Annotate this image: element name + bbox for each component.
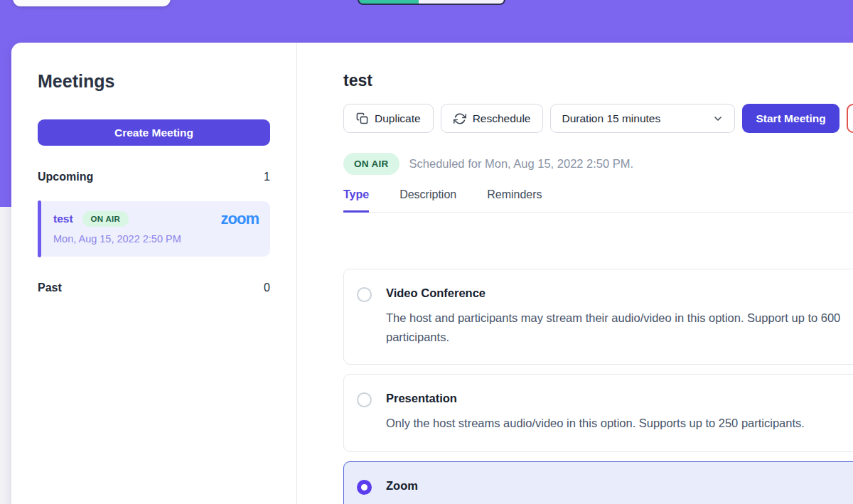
cutoff-top-pill	[13, 0, 171, 6]
delete-button-cutoff[interactable]	[847, 104, 853, 133]
meeting-name: test	[53, 213, 73, 225]
past-label: Past	[38, 282, 62, 294]
status-row: ON AIR Scheduled for Mon, Aug 15, 2022 2…	[343, 152, 853, 176]
radio-presentation[interactable]	[357, 392, 372, 407]
sidebar-title: Meetings	[38, 71, 270, 91]
radio-zoom[interactable]	[357, 480, 372, 495]
option-description: The host and participants may stream the…	[386, 309, 840, 347]
option-presentation[interactable]: Presentation Only the host streams audio…	[343, 374, 853, 452]
radio-video-conference[interactable]	[357, 287, 372, 302]
option-description-line1: Host your meeting on Zoom	[386, 501, 531, 504]
refresh-icon	[454, 112, 466, 125]
option-title: Presentation	[386, 392, 805, 405]
meeting-list-item[interactable]: test ON AIR zoom Mon, Aug 15, 2022 2:50 …	[38, 201, 270, 257]
zoom-logo: zoom	[221, 212, 259, 226]
meeting-detail: test Duplicate Reschedule Duration 15 mi…	[297, 43, 853, 504]
option-description: Host your meeting on Zoom	[386, 501, 531, 504]
meetings-panel: Meetings Create Meeting Upcoming 1 test …	[11, 43, 853, 504]
create-meeting-button[interactable]: Create Meeting	[38, 119, 270, 146]
option-description-line1: Only the host streams audio/video in thi…	[386, 414, 805, 433]
reschedule-button[interactable]: Reschedule	[441, 104, 544, 133]
option-description: Only the host streams audio/video in thi…	[386, 414, 805, 433]
on-air-badge: ON AIR	[82, 211, 129, 227]
past-section-header: Past 0	[38, 281, 270, 295]
duration-value: Duration 15 minutes	[562, 112, 660, 125]
option-description-line1: The host and participants may stream the…	[386, 309, 840, 328]
upcoming-count: 1	[264, 171, 270, 183]
option-title: Video Conference	[386, 286, 840, 300]
page-title: test	[343, 71, 853, 90]
option-zoom[interactable]: Zoom Host your meeting on Zoom	[343, 461, 853, 504]
option-description-line2: participants.	[386, 328, 840, 347]
upcoming-label: Upcoming	[38, 171, 93, 183]
tab-description[interactable]: Description	[399, 188, 456, 213]
start-meeting-button[interactable]: Start Meeting	[742, 104, 839, 133]
meeting-type-options: Video Conference The host and participan…	[343, 269, 853, 504]
on-air-status-badge: ON AIR	[343, 153, 399, 175]
progress-fill	[359, 0, 419, 4]
reschedule-label: Reschedule	[473, 112, 531, 125]
selected-indicator-bar	[38, 200, 41, 257]
tab-reminders[interactable]: Reminders	[487, 188, 542, 213]
chevron-down-icon	[712, 113, 724, 124]
meetings-sidebar: Meetings Create Meeting Upcoming 1 test …	[11, 43, 297, 504]
copy-icon	[356, 112, 368, 124]
past-count: 0	[264, 282, 270, 294]
cutoff-progress-bar	[358, 0, 505, 5]
option-video-conference[interactable]: Video Conference The host and participan…	[343, 269, 853, 365]
meeting-datetime: Mon, Aug 15, 2022 2:50 PM	[53, 233, 259, 245]
duplicate-label: Duplicate	[375, 112, 421, 125]
upcoming-section-header: Upcoming 1	[38, 170, 270, 184]
duplicate-button[interactable]: Duplicate	[343, 104, 434, 133]
tab-type[interactable]: Type	[343, 188, 369, 213]
option-title: Zoom	[386, 479, 531, 493]
duration-select[interactable]: Duration 15 minutes	[550, 104, 735, 133]
toolbar: Duplicate Reschedule Duration 15 minutes…	[343, 104, 853, 133]
progress-track	[419, 0, 504, 4]
tab-bar: Type Description Reminders	[343, 188, 853, 213]
scheduled-text: Scheduled for Mon, Aug 15, 2022 2:50 PM.	[409, 157, 634, 171]
